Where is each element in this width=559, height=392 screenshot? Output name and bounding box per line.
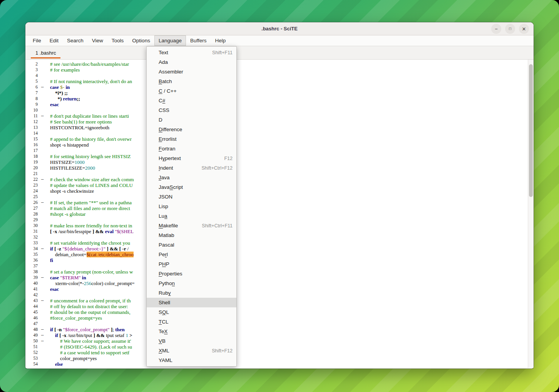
language-menu-item-tex[interactable]: TeX — [147, 327, 236, 336]
editor[interactable]: 2# see /usr/share/doc/bash/examples/star… — [25, 60, 534, 368]
language-menu-item-shell[interactable]: Shell — [147, 298, 236, 307]
language-menu-item-indent[interactable]: IndentShift+Ctrl+F12 — [147, 163, 236, 173]
language-menu-item-css[interactable]: CSS — [147, 105, 236, 115]
fold-marker[interactable]: – — [39, 113, 45, 119]
line-number: 42 — [25, 292, 39, 298]
language-menu-item-lisp[interactable]: Lisp — [147, 202, 236, 211]
fold-margin — [39, 61, 45, 67]
line-number: 11 — [25, 113, 39, 119]
vertical-scrollbar[interactable] — [528, 60, 534, 368]
line-number: 43 — [25, 298, 39, 304]
language-menu-item-ruby[interactable]: Ruby — [147, 288, 236, 298]
language-menu-item-python[interactable]: Python — [147, 279, 236, 288]
close-button[interactable]: ✕ — [519, 24, 529, 34]
language-menu-item-c[interactable]: C# — [147, 96, 236, 105]
language-menu-item-matlab[interactable]: Matlab — [147, 230, 236, 240]
language-menu-item-pascal[interactable]: Pascal — [147, 240, 236, 250]
code-line-42: 42 — [25, 292, 528, 298]
maximize-button[interactable]: □ — [505, 24, 515, 34]
language-menu-item-perl[interactable]: Perl — [147, 250, 236, 259]
menu-item-shortcut: F12 — [224, 156, 233, 161]
fold-margin — [39, 136, 45, 142]
menubar-item-tools[interactable]: Tools — [107, 35, 128, 46]
menubar-item-help[interactable]: Help — [211, 35, 230, 46]
code-text: # uncomment for a colored prompt, if th — [45, 298, 528, 304]
language-menu-item-javascript[interactable]: JavaScript — [147, 182, 236, 192]
language-menu-item-batch[interactable]: Batch — [147, 77, 236, 86]
menubar-item-edit[interactable]: Edit — [45, 35, 63, 46]
line-number: 9 — [25, 102, 39, 107]
language-menu-item-vb[interactable]: VB — [147, 336, 236, 346]
language-menu-item-hypertext[interactable]: HypertextF12 — [147, 153, 236, 163]
line-number: 30 — [25, 223, 39, 229]
code-text: # set variable identifying the chroot yo… — [45, 240, 528, 246]
fold-marker[interactable]: – — [39, 246, 45, 252]
code-text — [45, 234, 528, 240]
fold-margin — [39, 257, 45, 263]
code-line-46: 46#force_color_prompt=yes — [25, 315, 528, 321]
menu-bar: FileEditSearchViewToolsOptionsLanguageBu… — [25, 35, 534, 46]
language-menu-item-xml[interactable]: XMLShift+F12 — [147, 346, 236, 355]
menubar-item-file[interactable]: File — [28, 35, 45, 46]
language-menu-item-tcl[interactable]: TCL — [147, 317, 236, 327]
code-line-3: 3# for examples — [25, 67, 528, 73]
code-line-15: 15# append to the history file, don't ov… — [25, 136, 528, 142]
fold-margin — [39, 350, 45, 355]
language-menu-item-makefile[interactable]: MakefileShift+Ctrl+F11 — [147, 221, 236, 230]
line-number: 21 — [25, 171, 39, 177]
language-menu-item-php[interactable]: PHP — [147, 259, 236, 269]
code-text — [45, 130, 528, 136]
menubar-item-view[interactable]: View — [88, 35, 107, 46]
menubar-item-options[interactable]: Options — [128, 35, 154, 46]
fold-margin — [39, 148, 45, 153]
language-menu-item-difference[interactable]: Difference — [147, 125, 236, 134]
code-text — [45, 292, 528, 298]
minimize-icon: − — [495, 27, 498, 32]
fold-marker[interactable]: – — [39, 298, 45, 304]
line-number: 22 — [25, 177, 39, 182]
code-text — [45, 263, 528, 269]
language-menu-item-fortran[interactable]: Fortran — [147, 144, 236, 153]
line-number: 19 — [25, 159, 39, 165]
line-number: 54 — [25, 361, 39, 367]
fold-marker[interactable]: – — [39, 327, 45, 332]
menubar-item-buffers[interactable]: Buffers — [186, 35, 211, 46]
menubar-item-search[interactable]: Search — [63, 35, 88, 46]
language-menu-item-sql[interactable]: SQL — [147, 307, 236, 317]
fold-marker[interactable]: – — [39, 200, 45, 205]
language-menu-item-yaml[interactable]: YAML — [147, 355, 236, 365]
fold-margin — [39, 280, 45, 286]
fold-margin — [39, 361, 45, 367]
menubar-item-language[interactable]: Language — [154, 35, 186, 46]
code-line-48: 48–if [ -n "$force_color_prompt" ]; then — [25, 327, 528, 332]
tab-1-bashrc[interactable]: 1 .bashrc — [30, 46, 61, 59]
language-menu-item-ada[interactable]: Ada — [147, 57, 236, 67]
fold-marker[interactable]: – — [39, 84, 45, 90]
language-menu-item-java[interactable]: Java — [147, 173, 236, 182]
language-menu-item-c-c[interactable]: C / C++ — [147, 86, 236, 96]
title-bar[interactable]: .bashrc - SciTE − □ ✕ — [25, 22, 534, 35]
language-menu-item-lua[interactable]: Lua — [147, 211, 236, 221]
code-line-13: 13HISTCONTROL=ignoreboth — [25, 125, 528, 130]
line-number: 47 — [25, 321, 39, 327]
code-text: debian_chroot=$(cat /etc/debian_chroo — [45, 252, 528, 257]
fold-margin — [39, 130, 45, 136]
language-menu-item-assembler[interactable]: Assembler — [147, 67, 236, 77]
language-menu-item-d[interactable]: D — [147, 115, 236, 125]
language-menu-item-text[interactable]: TextShift+F11 — [147, 48, 236, 57]
language-menu-item-errorlist[interactable]: Errorlist — [147, 134, 236, 144]
menu-item-label: Indent — [159, 165, 201, 171]
language-menu-item-json[interactable]: JSON — [147, 192, 236, 202]
fold-marker[interactable]: – — [39, 177, 45, 182]
fold-marker[interactable]: – — [39, 332, 45, 338]
fold-marker[interactable]: – — [39, 338, 45, 344]
code-text: HISTFILESIZE=2000 — [45, 165, 528, 171]
language-menu-item-properties[interactable]: Properties — [147, 269, 236, 279]
code-line-44: 44# off by default to not distract the u… — [25, 304, 528, 309]
minimize-button[interactable]: − — [491, 24, 501, 34]
fold-marker[interactable]: – — [39, 275, 45, 280]
code-text — [45, 73, 528, 78]
code-line-5: 5# If not running interactively, don't d… — [25, 78, 528, 84]
scrollbar-thumb[interactable] — [529, 64, 533, 197]
code-text: shopt -s histappend — [45, 142, 528, 148]
